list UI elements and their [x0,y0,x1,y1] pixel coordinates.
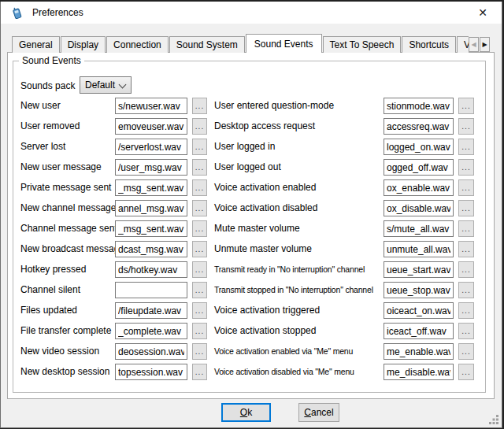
sound-file-input[interactable] [384,220,454,237]
tab-scroll-left-button[interactable]: ◀ [469,37,479,52]
tab[interactable]: Display [61,36,106,53]
sound-event-label: New video session [20,343,99,360]
sound-event-label: Unmute master volume [214,241,312,257]
browse-button[interactable]: ... [458,200,474,216]
ok-button[interactable]: Ok [221,403,271,422]
browse-button[interactable]: ... [192,179,207,196]
sound-file-input[interactable] [115,179,187,196]
browse-button[interactable]: ... [192,364,207,380]
tab[interactable]: Sound Events [246,34,322,53]
app-icon [11,6,24,19]
browse-button[interactable]: ... [458,282,474,298]
window-title: Preferences [32,2,83,24]
sound-file-input[interactable] [115,261,187,278]
sound-event-row: Desktop access request ... [214,118,476,139]
sound-file-input[interactable] [384,343,454,360]
browse-button[interactable]: ... [192,241,207,257]
sound-file-input[interactable] [115,343,187,360]
sound-event-row: New video session ... [20,343,209,364]
sound-file-input[interactable] [115,220,187,237]
sound-event-row: User logged out ... [214,159,476,179]
sound-event-label: User logged in [214,139,275,155]
sound-event-label: Channel silent [20,282,80,298]
browse-button[interactable]: ... [192,282,207,298]
sound-event-label: Desktop access request [214,118,315,135]
sound-event-row: Voice activation enabled ... [214,179,476,200]
tab[interactable]: General [12,36,60,53]
chevron-down-icon [119,81,127,89]
cancel-button[interactable]: Cancel [298,403,339,422]
sound-event-label: Voice activation enabled [214,179,316,196]
sound-file-input[interactable] [384,302,454,319]
sound-event-label: User logged out [214,159,281,176]
sound-file-input[interactable] [115,139,187,155]
browse-button[interactable]: ... [458,364,474,380]
sound-file-input[interactable] [384,241,454,257]
browse-button[interactable]: ... [458,159,474,176]
browse-button[interactable]: ... [192,343,207,360]
resize-grip[interactable] [488,414,499,425]
sound-file-input[interactable] [384,261,454,278]
browse-button[interactable]: ... [458,241,474,257]
browse-button[interactable]: ... [192,159,207,176]
titlebar[interactable]: Preferences ✕ [1,2,502,24]
sound-file-input[interactable] [384,179,454,196]
sound-file-input[interactable] [115,364,187,380]
sound-file-input[interactable] [384,282,454,298]
browse-button[interactable]: ... [458,302,474,319]
sound-file-input[interactable] [384,323,454,339]
browse-button[interactable]: ... [192,220,207,237]
tab[interactable]: Text To Speech [323,36,402,53]
browse-button[interactable]: ... [192,261,207,278]
browse-button[interactable]: ... [458,118,474,135]
sound-file-input[interactable] [384,159,454,176]
browse-button[interactable]: ... [192,139,207,155]
close-button[interactable]: ✕ [469,2,497,24]
sound-event-row: Unmute master volume ... [214,241,476,261]
tab[interactable]: Shortcuts [402,36,456,53]
sound-file-input[interactable] [384,98,454,114]
sound-file-input[interactable] [115,323,187,339]
sound-event-label: Voice activation enabled via "Me" menu [214,343,353,360]
sound-file-input[interactable] [115,98,187,114]
sound-file-input[interactable] [115,302,187,319]
sound-file-input[interactable] [115,282,187,298]
sound-event-row: Mute master volume ... [214,220,476,241]
sound-events-left-column: New user ... User removed ... Server los… [20,98,209,384]
browse-button[interactable]: ... [192,98,207,114]
sound-file-input[interactable] [384,118,454,135]
browse-button[interactable]: ... [192,302,207,319]
browse-button[interactable]: ... [458,220,474,237]
sound-event-row: Voice activation stopped ... [214,323,476,343]
sound-file-input[interactable] [115,118,187,135]
browse-button[interactable]: ... [192,323,207,339]
sound-file-input[interactable] [115,241,187,257]
sound-event-row: User logged in ... [214,139,476,159]
sound-file-input[interactable] [115,159,187,176]
sound-file-input[interactable] [384,139,454,155]
tab-scroll-right-button[interactable]: ▶ [480,37,490,52]
chevron-left-icon: ◀ [471,41,476,48]
sound-file-input[interactable] [115,200,187,216]
browse-button[interactable]: ... [458,179,474,196]
browse-button[interactable]: ... [192,200,207,216]
close-icon: ✕ [478,6,487,19]
sound-file-input[interactable] [384,364,454,380]
browse-button[interactable]: ... [458,261,474,278]
browse-button[interactable]: ... [458,343,474,360]
sounds-pack-select[interactable]: Default [80,76,132,94]
groupbox-title: Sound Events [19,55,84,66]
sound-event-row: Transmit stopped in "No interruption" ch… [214,282,476,302]
tab[interactable]: Sound System [169,36,245,53]
sound-file-input[interactable] [384,200,454,216]
browse-button[interactable]: ... [458,323,474,339]
tab[interactable]: Connection [106,36,169,53]
browse-button[interactable]: ... [458,98,474,114]
browse-button[interactable]: ... [458,139,474,155]
browse-button[interactable]: ... [192,118,207,135]
preferences-dialog: Preferences ✕ GeneralDisplayConnectionSo… [0,2,502,428]
sound-event-row: Voice activation disabled ... [214,200,476,220]
sound-event-label: Voice activation stopped [214,323,316,339]
tab[interactable]: Video [457,36,469,53]
sound-event-label: File transfer complete [20,323,111,339]
